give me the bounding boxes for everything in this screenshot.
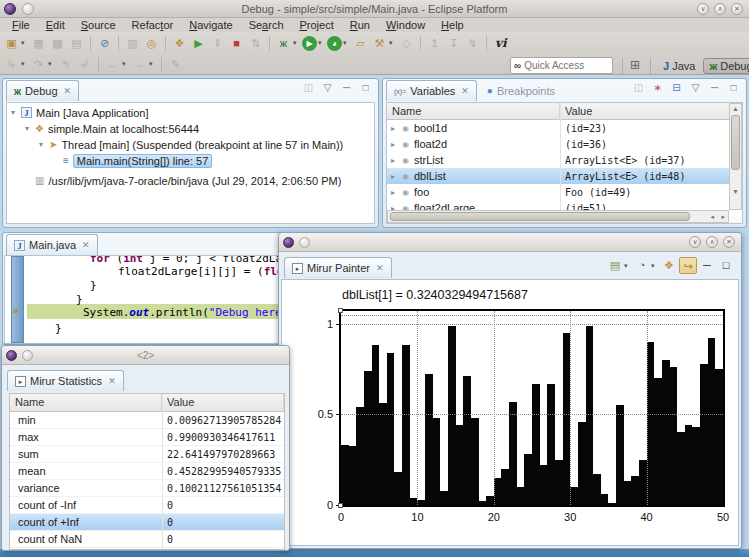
minimize-icon[interactable]: ─ [698, 257, 716, 274]
scroll-up-icon[interactable]: ▲ [730, 105, 741, 112]
table-row[interactable]: min0.00962713905785284 [10, 412, 284, 429]
open-perspective-icon[interactable]: ⊞ [630, 58, 640, 72]
quick-access-box[interactable]: ∞ [510, 57, 613, 74]
disconnect-icon[interactable]: ⇅ [247, 35, 264, 51]
close-icon[interactable]: ✕ [376, 263, 384, 273]
table-row[interactable]: count of NaN0 [10, 531, 284, 548]
add-painter-icon[interactable]: ▤ [606, 257, 624, 274]
chart-plot[interactable]: 00.51 01020304050 [339, 309, 725, 507]
table-row[interactable]: count of +Inf0 [10, 514, 284, 531]
tab-breakpoints[interactable]: ●Breakpoints [480, 80, 562, 101]
table-row[interactable]: count of negative0 [10, 548, 284, 550]
maximize-icon[interactable]: □ [357, 82, 374, 93]
close-icon[interactable]: ✕ [82, 240, 90, 250]
open-folder-icon[interactable]: ▱ [352, 35, 369, 51]
menu-project[interactable]: Project [292, 19, 342, 31]
dropdown-chevron-icon[interactable]: ▾ [651, 262, 659, 270]
expand-chevron-icon[interactable]: ▾ [39, 140, 49, 149]
expand-chevron-icon[interactable]: ▸ [391, 140, 401, 149]
view-menu-icon[interactable]: ▽ [319, 82, 336, 93]
tree-item[interactable]: ▾➤Thread [main] (Suspended (breakpoint a… [39, 137, 343, 152]
scroll-down-icon[interactable]: ▼ [730, 188, 741, 195]
remove-launch-icon[interactable]: ◫ [300, 82, 317, 93]
save-icon[interactable]: ▦ [30, 35, 47, 51]
painter-canvas[interactable]: dblList[1] = 0.3240329494715687 00.51 01… [281, 279, 739, 546]
debug-icon[interactable]: ж [275, 35, 292, 51]
expand-chevron-icon[interactable]: ▾ [11, 108, 21, 117]
maximize-icon[interactable]: □ [725, 82, 742, 93]
collapse-all-icon[interactable]: ⊟ [668, 82, 685, 93]
dropdown-chevron-icon[interactable]: ▾ [149, 60, 157, 68]
window-maximize-button[interactable]: ∧ [706, 236, 718, 248]
expand-chevron-icon[interactable]: ▸ [391, 172, 401, 181]
scroll-left-icon[interactable]: ◂ [710, 213, 714, 221]
compare-icon[interactable]: ❖ [660, 257, 678, 274]
window-minimize-button[interactable]: ∨ [697, 3, 709, 15]
horizontal-scrollbar[interactable]: ◂ ▸ [387, 210, 729, 223]
menu-window[interactable]: Window [378, 19, 433, 31]
save-all-icon[interactable]: ▩ [49, 35, 66, 51]
window-minimize-button[interactable]: ∨ [689, 236, 701, 248]
column-divider[interactable] [560, 103, 561, 223]
step-into-icon[interactable]: ↳ [3, 56, 20, 72]
minimize-icon[interactable]: ─ [706, 82, 723, 93]
tab-mirur-painter[interactable]: ▸ Mirur Painter ✕ [284, 257, 392, 278]
menu-search[interactable]: Search [241, 19, 292, 31]
mark-occurrences-icon[interactable]: ✎ [167, 56, 184, 72]
table-row[interactable]: max0.9900930346417611 [10, 429, 284, 446]
column-header-value[interactable]: Value [162, 394, 284, 411]
show-type-names-icon[interactable]: ◫ [630, 82, 647, 93]
column-divider[interactable] [162, 394, 163, 549]
perspective-debug[interactable]: жDebug [703, 58, 749, 74]
tree-item[interactable]: ▥/usr/lib/jvm/java-7-oracle/bin/java (Ju… [25, 173, 341, 188]
editor-content[interactable]: » for (int j = 0; j < float2dLarfloat2dL… [4, 255, 292, 344]
dropdown-chevron-icon[interactable]: ▾ [21, 39, 29, 47]
resume-icon[interactable]: ▶ [190, 35, 207, 51]
terminate-icon[interactable]: ■ [228, 35, 245, 51]
maximize-icon[interactable]: □ [717, 257, 735, 274]
quick-access-input[interactable] [524, 60, 598, 71]
window-maximize-button[interactable]: ∧ [714, 3, 726, 15]
menu-source[interactable]: Source [73, 19, 124, 31]
table-row[interactable]: mean0.45282995940579335 [10, 463, 284, 480]
suspend-icon[interactable]: ‖ [209, 35, 226, 51]
resize-handle[interactable] [338, 308, 343, 313]
menu-file[interactable]: File [4, 19, 38, 31]
table-row[interactable]: ▸◉dblListArrayList<E> (id=48) [387, 168, 742, 184]
main-titlebar[interactable]: Debug - simple/src/simple/Main.java - Ec… [0, 0, 749, 18]
tab-main-java[interactable]: J Main.java ✕ [6, 234, 98, 255]
close-icon[interactable]: ✕ [461, 86, 469, 96]
dropdown-chevron-icon[interactable]: ▾ [48, 60, 56, 68]
dropdown-chevron-icon[interactable]: ▾ [318, 39, 326, 47]
table-row[interactable]: sum22.641497970289663 [10, 446, 284, 463]
editor-left-ruler[interactable] [11, 256, 24, 343]
table-row[interactable]: ▸◉bool1d(id=23) [387, 120, 742, 136]
tree-item[interactable]: ≡Main.main(String[]) line: 57 [53, 153, 212, 168]
coverage-icon[interactable]: ◕ [327, 36, 342, 51]
vrapper-icon[interactable]: vi [491, 36, 511, 50]
menu-edit[interactable]: Edit [38, 19, 73, 31]
resize-handle[interactable] [338, 503, 343, 508]
statistics-titlebar[interactable]: <2> [2, 346, 289, 365]
minimize-icon[interactable]: ─ [338, 82, 355, 93]
menu-run[interactable]: Run [342, 19, 378, 31]
table-row[interactable]: count of -Inf0 [10, 497, 284, 514]
external-tools-icon[interactable]: ⚒ [371, 35, 388, 51]
menu-refactor[interactable]: Refactor [124, 19, 182, 31]
close-icon[interactable]: ✕ [108, 376, 116, 386]
perspective-java[interactable]: JJava [658, 59, 700, 73]
show-console-icon[interactable]: ▥ [124, 35, 141, 51]
scroll-right-icon[interactable]: ▸ [721, 213, 725, 221]
close-icon[interactable]: ✕ [64, 86, 72, 96]
step-over-icon[interactable]: ↷ [30, 56, 47, 72]
dropdown-chevron-icon[interactable]: ▾ [389, 39, 397, 47]
tab-variables[interactable]: (x)=Variables✕ [386, 80, 477, 101]
annotation-next-icon[interactable]: ↧ [445, 35, 462, 51]
new-wizard-icon[interactable]: ▣ [3, 35, 20, 51]
skip-all-breakpoints-icon[interactable]: ⊘ [96, 35, 113, 51]
painter-titlebar[interactable]: ∨∧✕ [279, 233, 741, 252]
link-selection-icon[interactable]: ↪ [679, 257, 697, 274]
step-return-icon[interactable]: ↰ [57, 56, 74, 72]
table-row[interactable]: ▸◉float2d(id=36) [387, 136, 742, 152]
column-header-name[interactable]: Name [10, 394, 162, 411]
